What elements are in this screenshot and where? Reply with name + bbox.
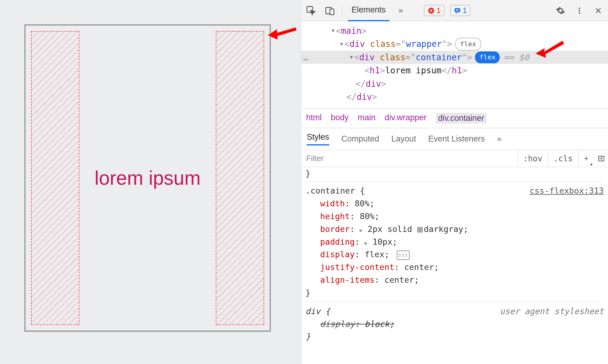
kebab-icon[interactable]: [573, 4, 586, 17]
container-box: lorem ipsum: [24, 24, 271, 332]
device-toggle-icon[interactable]: [323, 4, 337, 17]
chevron-down-icon[interactable]: ▼: [332, 27, 335, 35]
breadcrumb-item[interactable]: body: [331, 113, 349, 124]
css-brace: }: [306, 330, 604, 343]
css-declaration[interactable]: height: 80%;: [306, 210, 604, 223]
new-style-rule-button[interactable]: +◢: [578, 150, 594, 167]
issues-count: 1: [463, 6, 467, 15]
page-heading: lorem ipsum: [95, 167, 201, 189]
css-brace: }: [306, 286, 604, 299]
svg-rect-7: [456, 11, 458, 11]
css-declaration[interactable]: width: 80%;: [306, 197, 604, 210]
settings-icon[interactable]: [554, 4, 567, 17]
css-source-link[interactable]: css-flexbox:313: [529, 184, 604, 197]
styles-tabbar: Styles Computed Layout Event Listeners »: [301, 128, 608, 150]
tab-layout[interactable]: Layout: [391, 134, 416, 144]
css-source-ua: user agent stylesheet: [500, 305, 604, 318]
expand-icon[interactable]: ▶: [360, 227, 363, 233]
tabs-overflow[interactable]: »: [395, 0, 407, 21]
error-count: 1: [437, 6, 441, 15]
close-icon[interactable]: [592, 4, 605, 17]
chevron-down-icon[interactable]: ▼: [340, 40, 343, 48]
dom-node-main[interactable]: ▼<main>: [301, 24, 608, 37]
flex-badge[interactable]: flex: [455, 38, 481, 51]
page-viewport: lorem ipsum: [0, 0, 301, 364]
breadcrumb-item[interactable]: html: [306, 113, 322, 124]
message-icon: [454, 7, 461, 14]
console-ref: == $0: [503, 51, 529, 64]
breadcrumb-item[interactable]: div.wrapper: [385, 113, 427, 124]
css-declaration[interactable]: justify-content: center;: [306, 261, 604, 274]
css-declaration[interactable]: border: ▶ 2px solid darkgray;: [306, 223, 604, 236]
styles-filter-input[interactable]: [301, 150, 518, 167]
svg-marker-11: [536, 41, 564, 58]
breadcrumb-item[interactable]: main: [358, 113, 376, 124]
flex-badge-active[interactable]: flex: [475, 51, 500, 63]
svg-point-10: [579, 12, 580, 14]
svg-rect-3: [330, 9, 334, 15]
css-declaration[interactable]: align-items: center;: [306, 274, 604, 286]
tab-computed[interactable]: Computed: [341, 134, 379, 144]
tab-styles[interactable]: Styles: [307, 132, 329, 145]
row-actions-icon[interactable]: …: [303, 51, 308, 64]
svg-point-8: [579, 8, 580, 9]
tab-elements[interactable]: Elements: [348, 0, 390, 21]
breadcrumb: html body main div.wrapper div.container: [301, 108, 608, 128]
color-swatch[interactable]: [417, 227, 423, 233]
styles-filter-bar: :hov .cls +◢: [301, 150, 608, 167]
issues-badge[interactable]: 1: [450, 5, 471, 16]
cls-toggle[interactable]: .cls: [548, 150, 578, 167]
flex-editor-icon[interactable]: ▯▯▯: [397, 250, 410, 260]
css-rule-useragent[interactable]: user agent stylesheet div { display: blo…: [306, 303, 604, 346]
css-brace: }: [306, 169, 310, 178]
css-declaration[interactable]: padding: ▶ 10px;: [306, 236, 604, 248]
annotation-arrow-right: [536, 36, 566, 60]
tabs-overflow[interactable]: »: [497, 134, 501, 144]
dom-node-h1[interactable]: <h1>lorem ipsum</h1>: [301, 64, 608, 77]
css-rule-container[interactable]: css-flexbox:313 .container { width: 80%;…: [306, 182, 604, 303]
annotation-arrow-left: [268, 20, 298, 41]
styles-pane[interactable]: } css-flexbox:313 .container { width: 80…: [301, 167, 608, 364]
devtools-toolbar: Elements » 1 1: [301, 0, 608, 21]
expand-icon[interactable]: ▶: [365, 240, 368, 246]
inspect-icon[interactable]: [304, 4, 318, 17]
dom-node-wrapper-close[interactable]: </div>: [301, 90, 608, 103]
breadcrumb-item-selected[interactable]: div.container: [436, 113, 487, 124]
dom-node-container-close[interactable]: </div>: [301, 77, 608, 90]
devtools-panel: Elements » 1 1 ▼<main> ▼<div class="wrap…: [301, 0, 608, 364]
error-badge[interactable]: 1: [424, 5, 445, 16]
svg-rect-6: [456, 9, 459, 10]
svg-point-9: [579, 10, 580, 11]
chevron-down-icon[interactable]: ▼: [350, 54, 353, 61]
hov-toggle[interactable]: :hov: [518, 150, 548, 167]
dom-tree[interactable]: ▼<main> ▼<div class="wrapper"> flex … ▼<…: [301, 21, 608, 108]
error-icon: [428, 7, 435, 14]
svg-rect-5: [455, 8, 460, 12]
css-declaration[interactable]: display: flex; ▯▯▯: [306, 248, 604, 261]
sidebar-toggle-icon[interactable]: [594, 155, 608, 162]
svg-marker-0: [268, 27, 296, 40]
css-declaration-overridden[interactable]: display: block;: [306, 318, 604, 331]
tab-event-listeners[interactable]: Event Listeners: [428, 134, 485, 144]
